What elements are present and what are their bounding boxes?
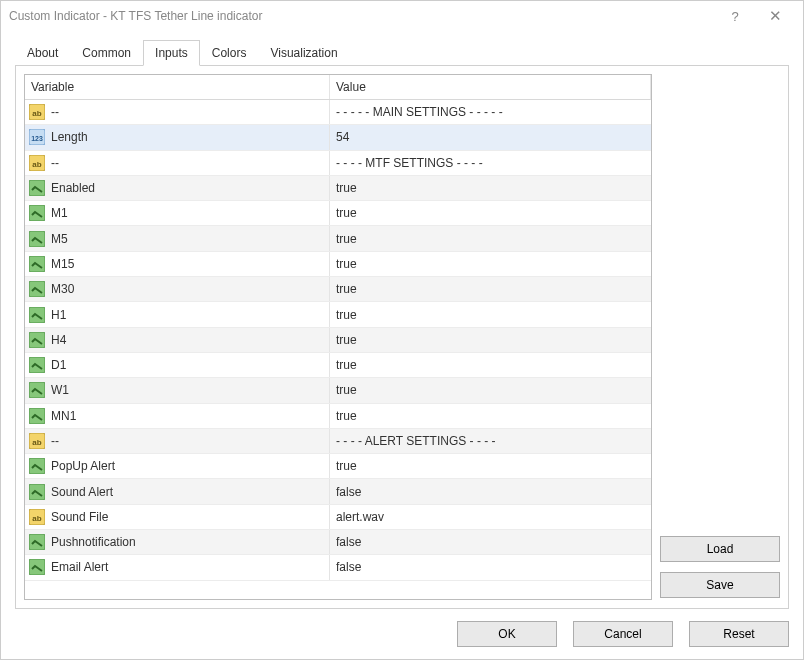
cell-variable[interactable]: M5 [25, 226, 330, 250]
load-button[interactable]: Load [660, 536, 780, 562]
help-button[interactable]: ? [715, 2, 755, 30]
cell-value[interactable]: true [330, 302, 651, 326]
cell-variable[interactable]: Length [25, 125, 330, 149]
cell-value[interactable]: false [330, 555, 651, 579]
tab-inputs[interactable]: Inputs [143, 40, 200, 66]
table-row[interactable]: MN1true [25, 404, 651, 429]
variable-name: M1 [51, 206, 68, 220]
table-row[interactable]: --- - - - MTF SETTINGS - - - - [25, 151, 651, 176]
table-row[interactable]: M30true [25, 277, 651, 302]
close-button[interactable]: ✕ [755, 2, 795, 30]
cell-value[interactable]: true [330, 328, 651, 352]
reset-button[interactable]: Reset [689, 621, 789, 647]
cell-value[interactable]: true [330, 454, 651, 478]
string-type-icon [29, 433, 45, 449]
cell-variable[interactable]: M30 [25, 277, 330, 301]
cell-variable[interactable]: W1 [25, 378, 330, 402]
cell-value[interactable]: true [330, 378, 651, 402]
cell-value[interactable]: true [330, 176, 651, 200]
titlebar[interactable]: Custom Indicator - KT TFS Tether Line in… [1, 1, 803, 31]
cell-variable[interactable]: D1 [25, 353, 330, 377]
table-row[interactable]: Length54 [25, 125, 651, 150]
table-row[interactable]: D1true [25, 353, 651, 378]
cell-variable[interactable]: Sound File [25, 505, 330, 529]
content-area: AboutCommonInputsColorsVisualization Var… [1, 31, 803, 609]
cell-variable[interactable]: H4 [25, 328, 330, 352]
table-row[interactable]: Email Alertfalse [25, 555, 651, 580]
bool-type-icon [29, 231, 45, 247]
bool-type-icon [29, 484, 45, 500]
table-row[interactable]: M1true [25, 201, 651, 226]
value-text: true [336, 232, 357, 246]
table-row[interactable]: --- - - - - MAIN SETTINGS - - - - - [25, 100, 651, 125]
cell-value[interactable]: true [330, 226, 651, 250]
table-row[interactable]: --- - - - ALERT SETTINGS - - - - [25, 429, 651, 454]
footer-button-bar: OK Cancel Reset [1, 609, 803, 659]
cell-value[interactable]: 54 [330, 125, 651, 149]
header-value[interactable]: Value [330, 75, 651, 99]
table-row[interactable]: Enabledtrue [25, 176, 651, 201]
table-row[interactable]: Pushnotificationfalse [25, 530, 651, 555]
variable-name: M30 [51, 282, 74, 296]
cell-variable[interactable]: H1 [25, 302, 330, 326]
cell-variable[interactable]: -- [25, 151, 330, 175]
cell-value[interactable]: true [330, 277, 651, 301]
value-text: false [336, 535, 361, 549]
cell-variable[interactable]: M1 [25, 201, 330, 225]
variable-name: Email Alert [51, 560, 108, 574]
table-row[interactable]: Sound Filealert.wav [25, 505, 651, 530]
cell-variable[interactable]: MN1 [25, 404, 330, 428]
bool-type-icon [29, 357, 45, 373]
table-row[interactable]: M5true [25, 226, 651, 251]
cell-variable[interactable]: -- [25, 429, 330, 453]
table-row[interactable]: W1true [25, 378, 651, 403]
tab-common[interactable]: Common [70, 40, 143, 66]
bool-type-icon [29, 281, 45, 297]
table-row[interactable]: Sound Alertfalse [25, 479, 651, 504]
table-row[interactable]: H4true [25, 328, 651, 353]
cell-variable[interactable]: M15 [25, 252, 330, 276]
value-text: false [336, 485, 361, 499]
cell-value[interactable]: true [330, 404, 651, 428]
table-row[interactable]: M15true [25, 252, 651, 277]
value-text: true [336, 308, 357, 322]
cell-value[interactable]: - - - - MTF SETTINGS - - - - [330, 151, 651, 175]
cell-variable[interactable]: -- [25, 100, 330, 124]
variable-name: PopUp Alert [51, 459, 115, 473]
variable-name: Sound File [51, 510, 108, 524]
cell-variable[interactable]: Enabled [25, 176, 330, 200]
cell-value[interactable]: true [330, 252, 651, 276]
value-text: true [336, 409, 357, 423]
value-text: - - - - - MAIN SETTINGS - - - - - [336, 105, 503, 119]
value-text: true [336, 282, 357, 296]
cell-variable[interactable]: Pushnotification [25, 530, 330, 554]
value-text: true [336, 358, 357, 372]
variable-name: D1 [51, 358, 66, 372]
int-type-icon [29, 129, 45, 145]
cancel-button[interactable]: Cancel [573, 621, 673, 647]
cell-value[interactable]: true [330, 353, 651, 377]
variable-name: M5 [51, 232, 68, 246]
cell-variable[interactable]: Sound Alert [25, 479, 330, 503]
variable-name: H1 [51, 308, 66, 322]
save-button[interactable]: Save [660, 572, 780, 598]
cell-value[interactable]: false [330, 530, 651, 554]
tab-colors[interactable]: Colors [200, 40, 259, 66]
tab-about[interactable]: About [15, 40, 70, 66]
ok-button[interactable]: OK [457, 621, 557, 647]
cell-value[interactable]: true [330, 201, 651, 225]
cell-value[interactable]: - - - - - MAIN SETTINGS - - - - - [330, 100, 651, 124]
cell-variable[interactable]: PopUp Alert [25, 454, 330, 478]
table-row[interactable]: H1true [25, 302, 651, 327]
parameters-table: Variable Value --- - - - - MAIN SETTINGS… [24, 74, 652, 600]
tab-visualization[interactable]: Visualization [258, 40, 349, 66]
bool-type-icon [29, 180, 45, 196]
window-title: Custom Indicator - KT TFS Tether Line in… [9, 9, 715, 23]
cell-value[interactable]: alert.wav [330, 505, 651, 529]
variable-name: H4 [51, 333, 66, 347]
cell-value[interactable]: - - - - ALERT SETTINGS - - - - [330, 429, 651, 453]
cell-value[interactable]: false [330, 479, 651, 503]
table-row[interactable]: PopUp Alerttrue [25, 454, 651, 479]
header-variable[interactable]: Variable [25, 75, 330, 99]
cell-variable[interactable]: Email Alert [25, 555, 330, 579]
